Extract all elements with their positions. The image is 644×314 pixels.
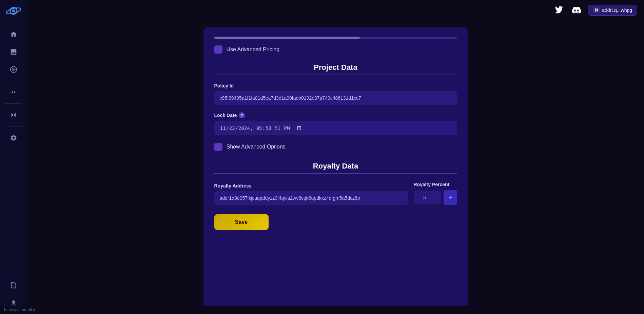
royalty-address-group: Royalty Address: [214, 183, 408, 205]
show-advanced-label: Show Advanced Options: [227, 144, 286, 150]
main-content: Use Advanced Pricing Project Data Policy…: [27, 20, 644, 314]
project-data-divider: [214, 75, 457, 75]
sidebar: [0, 0, 27, 314]
twitter-icon[interactable]: [553, 4, 565, 16]
lock-date-input[interactable]: [214, 121, 457, 135]
add-royalty-button[interactable]: +: [444, 190, 457, 205]
policy-id-group: Policy Id: [214, 83, 457, 105]
statusbar: https://saturnnft.io: [0, 306, 644, 314]
royalty-data-divider: [214, 173, 457, 174]
sidebar-item-target[interactable]: [6, 62, 21, 77]
topbar: N addr1q...whpg: [27, 0, 644, 20]
royalty-row: Royalty Address Royalty Percent +: [214, 182, 457, 205]
royalty-percent-label: Royalty Percent: [414, 182, 457, 187]
sidebar-item-gallery[interactable]: [6, 44, 21, 60]
discord-icon[interactable]: [570, 4, 583, 16]
advanced-pricing-label: Use Advanced Pricing: [227, 46, 280, 53]
svg-point-2: [12, 9, 15, 12]
wallet-address: addr1q...whpg: [602, 7, 632, 13]
save-button[interactable]: Save: [214, 214, 269, 230]
lock-date-group: Lock Date ?: [214, 112, 457, 135]
status-url: https://saturnnft.io: [4, 308, 36, 312]
lock-date-label: Lock Date ?: [214, 112, 457, 118]
royalty-data-title: Royalty Data: [214, 162, 457, 171]
advanced-pricing-row: Use Advanced Pricing: [214, 45, 457, 54]
network-badge: N: [593, 7, 600, 13]
sidebar-item-documents[interactable]: [6, 277, 21, 293]
form-card: Use Advanced Pricing Project Data Policy…: [203, 27, 468, 307]
royalty-percent-row: +: [414, 190, 457, 205]
policy-id-label: Policy Id: [214, 83, 457, 89]
show-advanced-checkbox[interactable]: [214, 143, 222, 151]
show-advanced-row: Show Advanced Options: [214, 143, 457, 151]
sidebar-divider-2: [5, 103, 22, 104]
policy-id-input[interactable]: [214, 91, 457, 105]
advanced-pricing-checkbox[interactable]: [214, 45, 222, 54]
wallet-button[interactable]: N addr1q...whpg: [588, 5, 637, 16]
royalty-address-label: Royalty Address: [214, 183, 408, 189]
scroll-thumb: [214, 37, 360, 39]
project-data-title: Project Data: [214, 63, 457, 72]
sidebar-item-boost[interactable]: [6, 84, 21, 100]
royalty-address-input[interactable]: [214, 191, 408, 205]
sidebar-item-home[interactable]: [6, 26, 21, 42]
sidebar-item-bowtie[interactable]: [6, 107, 21, 123]
scroll-indicator: [214, 37, 457, 39]
svg-point-5: [13, 69, 14, 70]
royalty-percent-group: Royalty Percent +: [414, 182, 457, 205]
sidebar-divider-1: [5, 81, 22, 81]
sidebar-divider-3: [5, 126, 22, 126]
sidebar-item-settings[interactable]: [6, 130, 21, 145]
lock-date-wrapper: [214, 121, 457, 135]
royalty-percent-input[interactable]: [414, 191, 441, 204]
app-logo[interactable]: [5, 3, 22, 21]
lock-date-help-icon[interactable]: ?: [239, 112, 245, 118]
